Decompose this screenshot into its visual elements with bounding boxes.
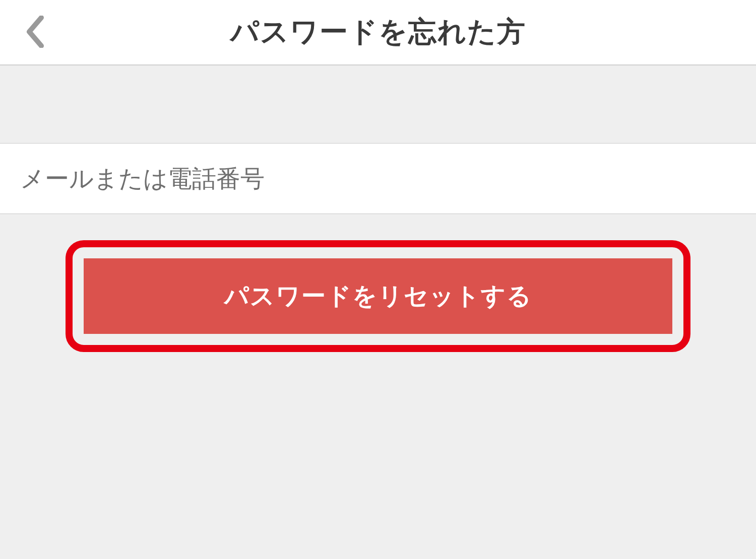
chevron-left-icon (25, 16, 45, 48)
reset-password-button[interactable]: パスワードをリセットする (84, 258, 672, 334)
page-title: パスワードを忘れた方 (0, 13, 756, 51)
back-button[interactable] (20, 14, 50, 49)
highlight-frame: パスワードをリセットする (66, 240, 690, 352)
button-area: パスワードをリセットする (0, 214, 756, 352)
spacer (0, 65, 756, 144)
input-row (0, 144, 756, 214)
email-or-phone-field[interactable] (20, 165, 736, 192)
reset-password-label: パスワードをリセットする (224, 280, 532, 312)
header: パスワードを忘れた方 (0, 0, 756, 65)
